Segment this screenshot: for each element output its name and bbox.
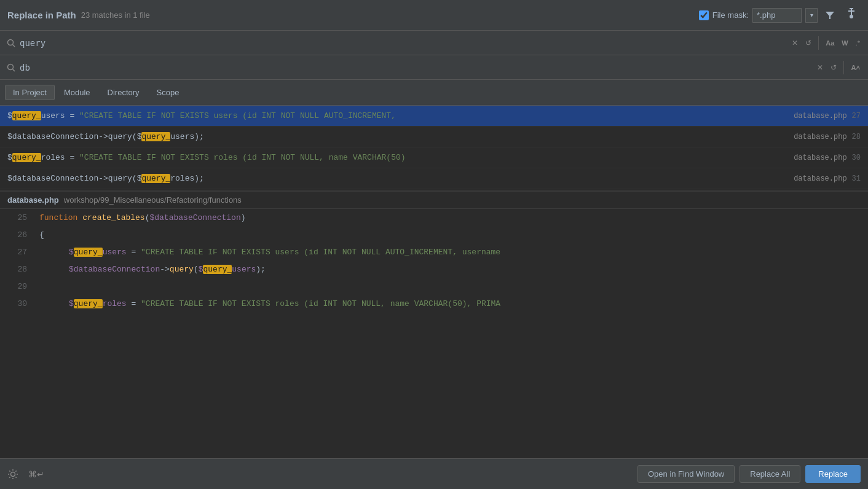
result-text: $databaseConnection->query($query_users)… [7,132,204,141]
refresh-replace-button[interactable]: ↺ [827,61,840,74]
search-actions: ✕ ↺ Aa W .* [789,36,863,50]
shortcut-hint: ⌘↵ [28,469,44,479]
search-row: ✕ ↺ Aa W .* [0,31,868,55]
code-line-27: 27 $query_users = "CREATE TABLE IF NOT E… [0,243,868,260]
line-num: 26 [7,230,27,240]
result-filename: database.php [785,174,847,183]
code-line-26: 26 { [0,226,868,243]
result-line-num: 30 [852,154,861,162]
match-highlight: query_ [141,132,170,141]
filter-icon-btn[interactable] [821,9,838,22]
filter-icon [825,10,835,20]
code-line-25: 25 function create_tables($databaseConne… [0,209,868,226]
code-content: { [39,230,868,240]
svg-point-9 [11,472,15,476]
line-num: 30 [7,299,27,308]
file-mask-checkbox[interactable] [699,10,709,20]
svg-point-5 [8,39,14,45]
settings-icon [7,469,18,480]
result-line-num: 31 [852,174,861,183]
svg-line-6 [13,44,15,47]
code-content: function create_tables($databaseConnecti… [39,213,868,222]
refresh-search-button[interactable]: ↺ [802,36,815,50]
scope-tabs: In Project Module Directory Scope [0,80,868,106]
line-num: 25 [7,213,27,222]
open-find-window-button[interactable]: Open in Find Window [637,465,735,483]
svg-line-8 [13,69,15,71]
file-mask-area: File mask: ▾ [699,7,861,23]
replace-row: ✕ ↺ AA [0,55,868,80]
match-highlight: query_ [141,174,170,183]
match-count: 23 matches in 1 file [81,10,699,20]
search-input[interactable] [20,38,786,48]
tab-scope[interactable]: Scope [149,85,187,100]
result-row[interactable]: $query_users = "CREATE TABLE IF NOT EXIS… [0,106,868,127]
file-mask-label: File mask: [712,10,749,20]
file-mask-input[interactable] [752,8,802,23]
results-area: $query_users = "CREATE TABLE IF NOT EXIS… [0,106,868,189]
code-content [39,282,868,291]
bottom-bar: ⌘↵ Open in Find Window Replace All Repla… [0,458,868,489]
pin-button[interactable] [842,7,861,23]
clear-search-button[interactable]: ✕ [789,36,801,50]
line-num: 29 [7,282,27,291]
case-sensitive-button[interactable]: Aa [823,36,837,50]
result-line-num: 27 [852,112,861,120]
code-content: $query_users = "CREATE TABLE IF NOT EXIS… [39,248,868,257]
clear-replace-button[interactable]: ✕ [814,61,826,74]
replace-input[interactable] [20,63,811,72]
match-highlight: query_ [12,111,41,120]
result-text: $query_roles = "CREATE TABLE IF NOT EXIS… [7,153,406,162]
code-area: 25 function create_tables($databaseConne… [0,209,868,312]
tab-in-project[interactable]: In Project [5,85,55,100]
regex-button[interactable]: .* [853,36,863,50]
result-row[interactable]: $query_roles = "CREATE TABLE IF NOT EXIS… [0,147,868,168]
replace-actions: ✕ ↺ AA [814,61,863,74]
file-mask-dropdown[interactable]: ▾ [805,8,818,23]
code-line-28: 28 $databaseConnection->query($query_use… [0,260,868,278]
tab-directory[interactable]: Directory [100,85,148,100]
result-row[interactable]: $databaseConnection->query($query_users)… [0,127,868,147]
separator2 [843,61,844,74]
result-text: $databaseConnection->query($query_roles)… [7,174,204,183]
code-filepath: workshop/99_Miscellaneous/Refactoring/fu… [64,195,242,205]
line-num: 27 [7,248,27,257]
result-line-num: 28 [852,133,861,141]
bottom-actions: Open in Find Window Replace All Replace [637,465,861,483]
result-row[interactable]: $databaseConnection->query($query_roles)… [0,168,868,189]
replace-all-button[interactable]: Replace All [740,465,800,483]
result-filename: database.php [785,112,847,120]
dialog-title: Replace in Path [7,10,76,20]
code-line-30: 30 $query_roles = "CREATE TABLE IF NOT E… [0,295,868,312]
replace-button[interactable]: Replace [805,465,861,483]
svg-marker-0 [826,12,834,19]
settings-button[interactable] [7,469,18,480]
separator [818,36,819,50]
code-filename: database.php [7,195,59,205]
svg-point-7 [8,64,14,69]
result-filename: database.php [785,154,847,162]
code-line-29: 29 [0,278,868,295]
line-num: 28 [7,265,27,274]
header-bar: Replace in Path 23 matches in 1 file Fil… [0,0,868,31]
word-button[interactable]: W [838,36,851,50]
result-filename: database.php [785,133,847,141]
match-highlight: query_ [12,153,41,162]
file-header: database.php workshop/99_Miscellaneous/R… [0,190,868,209]
match-highlight-code: query_ [74,248,103,257]
svg-point-2 [850,15,853,18]
tab-module[interactable]: Module [56,85,98,100]
preserve-case-button[interactable]: AA [848,61,863,74]
replace-icon [5,61,17,74]
match-highlight-code: query_ [74,299,103,308]
result-text: $query_users = "CREATE TABLE IF NOT EXIS… [7,111,396,120]
code-content: $query_roles = "CREATE TABLE IF NOT EXIS… [39,299,868,308]
code-content: $databaseConnection->query($query_users)… [39,265,868,274]
match-highlight-code: query_ [203,265,232,274]
search-icon [5,37,17,49]
pin-icon [846,8,857,19]
